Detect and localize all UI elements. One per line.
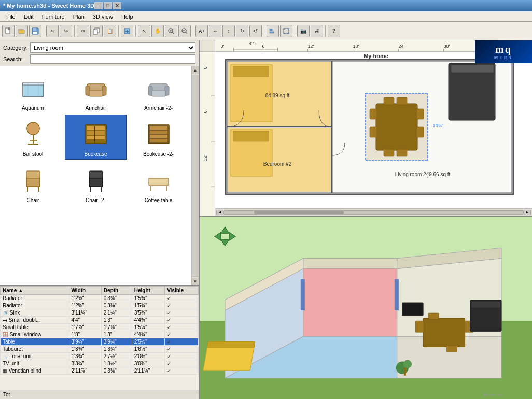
cut-button[interactable]: ✂ xyxy=(77,25,89,37)
table-row[interactable]: Small table 1'7⅞" 1'7⅞" 1'5¼" ✓ xyxy=(1,324,199,331)
svg-line-12 xyxy=(172,32,174,34)
add-furniture-button[interactable] xyxy=(121,25,133,37)
flip-h-button[interactable]: ↔ xyxy=(209,25,221,37)
maximize-button[interactable]: □ xyxy=(104,2,112,9)
armchair2-label: Armchair -2- xyxy=(144,105,173,111)
svg-rect-51 xyxy=(89,177,103,187)
copy-button[interactable] xyxy=(90,25,103,37)
armchair2-icon xyxy=(142,71,175,104)
scroll-down-button[interactable]: ▼ xyxy=(192,278,199,285)
camera-button[interactable]: 📷 xyxy=(297,25,310,37)
table-row[interactable]: 🛏 Small doubl... 4'4" 1'3" 4'4¾" ✓ xyxy=(1,317,199,324)
svg-rect-47 xyxy=(26,177,40,187)
minimize-button[interactable]: — xyxy=(94,2,103,9)
sep3 xyxy=(118,25,119,37)
floor-plan-scrollbar[interactable]: ◄ ► xyxy=(215,208,532,216)
table-row[interactable]: Radiator 1'2⅝" 0'3⅜" 1'5¾" ✓ xyxy=(1,302,199,309)
table-row[interactable]: TV unit 3'3¾" 1'8½" 3'0⅜" ✓ xyxy=(1,360,199,367)
furniture-item-aquarium[interactable]: Aquarium xyxy=(2,68,64,113)
furniture-table-panel: Name ▲ Width Depth Height Visible Radiat… xyxy=(0,285,199,399)
table-row[interactable]: 🚽 Toilet unit 1'3¾" 2'7½" 2'0⅜" ✓ xyxy=(1,353,199,360)
zoom-out-button[interactable] xyxy=(178,25,191,37)
col-height[interactable]: Height xyxy=(132,287,164,295)
search-row: Search: xyxy=(3,54,195,64)
furniture-item-bookcase[interactable]: Bookcase xyxy=(65,115,127,160)
svg-text:0': 0' xyxy=(221,44,225,49)
furniture-item-chair2[interactable]: Chair -2- xyxy=(65,161,127,206)
menu-help[interactable]: Help xyxy=(117,12,137,21)
svg-rect-90 xyxy=(233,131,269,141)
table-row[interactable]: Tabouret 1'3¾" 1'3¾" 1'6½" ✓ xyxy=(1,346,199,353)
bookcase-icon xyxy=(79,117,113,150)
col-name[interactable]: Name ▲ xyxy=(1,287,69,295)
open-button[interactable] xyxy=(16,25,28,37)
furniture-item-chair[interactable]: Chair xyxy=(2,161,64,206)
table-row[interactable]: 🚿 Sink 3'11¼" 2'1¼" 3'5¾" ✓ xyxy=(1,309,199,317)
svg-rect-4 xyxy=(33,28,36,31)
3d-view[interactable]: forum.ru xyxy=(200,217,532,399)
armchair-label: Armchair xyxy=(85,105,106,111)
pan-button[interactable]: ✋ xyxy=(151,25,164,37)
cell-name: 🚿 Sink xyxy=(1,309,69,317)
save-button[interactable] xyxy=(29,25,41,37)
redo-button[interactable]: ↪ xyxy=(60,25,72,37)
furniture-item-bookcase2[interactable]: Bookcase -2- xyxy=(128,115,189,160)
svg-point-137 xyxy=(403,360,412,368)
furniture-scrollbar[interactable]: ▲ ▼ xyxy=(191,66,199,285)
paste-button[interactable]: 📋 xyxy=(104,25,116,37)
print-button[interactable]: 🖨 xyxy=(311,25,323,37)
furniture-item-armchair2[interactable]: Armchair -2- xyxy=(128,68,189,113)
scroll-up-button[interactable]: ▲ xyxy=(192,66,199,74)
cell-visible: ✓ xyxy=(165,324,199,331)
cell-name: Small table xyxy=(1,324,69,331)
svg-rect-102 xyxy=(370,127,377,137)
align-button[interactable] xyxy=(267,25,279,37)
rotate-ccw-button[interactable]: ↺ xyxy=(249,25,262,37)
search-input[interactable] xyxy=(30,54,195,64)
undo-button[interactable]: ↩ xyxy=(46,25,59,37)
select-button[interactable]: ↖ xyxy=(138,25,150,37)
furniture-item-coffeetable[interactable]: Coffee table xyxy=(128,161,189,206)
table-row[interactable]: Radiator 1'2⅝" 0'3⅜" 1'5¾" ✓ xyxy=(1,295,199,302)
svg-text:Living room  249.66 sq ft: Living room 249.66 sq ft xyxy=(395,172,451,177)
scroll-left-button[interactable]: ◄ xyxy=(216,210,223,215)
menu-furniture[interactable]: Furniture xyxy=(38,12,69,21)
table-row[interactable]: ▦ Venetian blind 2'11⅞" 0'3⅜" 2'11¼" ✓ xyxy=(1,367,199,375)
scroll-right-button[interactable]: ► xyxy=(524,210,531,215)
svg-text:30': 30' xyxy=(444,44,450,49)
close-button[interactable]: ✕ xyxy=(113,2,121,9)
svg-rect-125 xyxy=(415,321,424,332)
svg-text:12': 12' xyxy=(203,155,208,161)
rotate-cw-button[interactable]: ↻ xyxy=(236,25,248,37)
new-button[interactable] xyxy=(2,25,15,37)
menu-edit[interactable]: Edit xyxy=(20,12,38,21)
furniture-item-armchair[interactable]: Armchair xyxy=(65,68,127,113)
cell-visible: ✓ xyxy=(165,309,199,317)
flip-v-button[interactable]: ↕ xyxy=(222,25,235,37)
help-button[interactable]: ? xyxy=(328,25,340,37)
zoom-in-button[interactable] xyxy=(165,25,177,37)
furniture-item-barstool[interactable]: Bar stool xyxy=(2,115,64,160)
category-select[interactable]: Living room Bedroom Kitchen Bathroom xyxy=(30,42,195,53)
zoom-fit-button[interactable] xyxy=(280,25,292,37)
svg-rect-40 xyxy=(87,136,105,139)
text-size-button[interactable]: A+ xyxy=(195,25,208,37)
floor-plan[interactable]: 0' 6' 12' 18' 24' 30' 4'4" xyxy=(200,40,532,217)
table-container[interactable]: Name ▲ Width Depth Height Visible Radiat… xyxy=(0,286,199,390)
scroll-track[interactable] xyxy=(223,210,524,215)
table-row[interactable]: 🪟 Small window 1'8" 1'3" 4'4¾" ✓ xyxy=(1,331,199,338)
cell-depth: 2'7½" xyxy=(101,353,132,360)
col-width[interactable]: Width xyxy=(69,287,101,295)
menu-file[interactable]: File xyxy=(2,12,20,21)
floor-plan-content[interactable]: 84.89 sq ft Bedroom #2 Living room 249.6… xyxy=(215,52,532,216)
scroll-thumb[interactable] xyxy=(254,211,344,214)
menu-plan[interactable]: Plan xyxy=(69,12,89,21)
menu-3dview[interactable]: 3D view xyxy=(89,12,117,21)
svg-text:My home: My home xyxy=(363,53,388,59)
chair-label: Chair xyxy=(27,197,39,203)
table-row[interactable]: Table 3'9¼" 3'9¼" 2'5½" ✓ xyxy=(1,338,199,346)
col-depth[interactable]: Depth xyxy=(101,287,132,295)
svg-rect-5 xyxy=(33,32,37,34)
svg-rect-122 xyxy=(301,279,305,310)
col-visible[interactable]: Visible xyxy=(165,287,199,295)
